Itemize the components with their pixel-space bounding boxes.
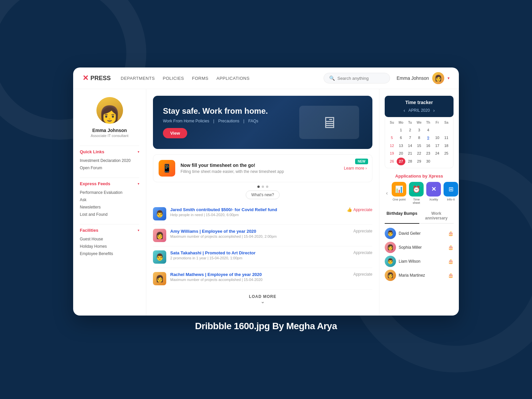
feed-item: 👩 Amy Williams | Employee of the year 20… bbox=[153, 225, 372, 246]
cal-cell[interactable]: 29 bbox=[415, 158, 423, 165]
dot-3[interactable] bbox=[266, 186, 268, 188]
hero-title: Stay safe. Work from home. bbox=[163, 106, 296, 116]
cal-cell[interactable]: 11 bbox=[442, 134, 451, 142]
chevron-down-icon[interactable]: ▾ bbox=[138, 182, 139, 186]
next-month-arrow[interactable]: › bbox=[433, 108, 435, 113]
cal-cell[interactable]: 21 bbox=[406, 150, 414, 157]
nav-departments[interactable]: DEPARTMENTS bbox=[121, 76, 155, 81]
cal-cell[interactable]: 12 bbox=[388, 142, 396, 150]
sidebar-item-investment[interactable]: Investment Declaration 2020 bbox=[80, 157, 139, 164]
feed-avatar: 👩 bbox=[153, 229, 166, 242]
app-icon-xcelity[interactable]: ✕ Xcelity bbox=[426, 182, 441, 204]
sidebar-item-newsletters[interactable]: Newsletters bbox=[80, 203, 139, 211]
sidebar-item-ask[interactable]: Ask bbox=[80, 196, 139, 203]
calendar-nav: ‹ APRIL 2020 › bbox=[389, 108, 450, 113]
user-menu[interactable]: Emma Johnson 👩 ▾ bbox=[397, 72, 450, 84]
feed-title[interactable]: Rachel Mathews | Employee of the year 20… bbox=[170, 272, 349, 277]
learn-more-link[interactable]: Learn more › bbox=[344, 166, 367, 171]
chevron-down-icon: ▾ bbox=[448, 76, 450, 80]
app-icon-infox[interactable]: ⊞ Info-X bbox=[444, 182, 458, 204]
cal-cell[interactable]: 16 bbox=[424, 142, 432, 150]
cake-icon[interactable]: 🎂 bbox=[448, 245, 454, 250]
feed-meta: Maximum number of projects accomplished … bbox=[170, 234, 349, 238]
nav-policies[interactable]: POLICIES bbox=[163, 76, 184, 81]
search-icon: 🔍 bbox=[329, 75, 335, 81]
cal-cell bbox=[442, 158, 451, 165]
chevron-down-icon[interactable]: ▾ bbox=[138, 150, 139, 154]
hero-view-button[interactable]: View bbox=[163, 128, 187, 138]
hero-link-precautions[interactable]: Precautions bbox=[218, 119, 239, 123]
app-icon-box: ✕ bbox=[426, 182, 441, 197]
sidebar-item-lost-found[interactable]: Lost and Found bbox=[80, 211, 139, 218]
cal-cell-today[interactable]: 27 bbox=[397, 158, 405, 165]
appreciate-button[interactable]: Appreciate bbox=[353, 229, 372, 233]
hero-link-faqs[interactable]: FAQs bbox=[248, 119, 258, 123]
cal-cell[interactable]: 5 bbox=[388, 134, 396, 142]
cal-cell[interactable]: 30 bbox=[424, 158, 432, 165]
cal-cell[interactable]: 6 bbox=[397, 134, 405, 142]
app-icon-timesheet[interactable]: ⏰ Time sheet bbox=[409, 182, 424, 204]
cal-cell bbox=[388, 126, 396, 134]
nav-links: DEPARTMENTS POLICIES FORMS APPLICATIONS bbox=[121, 76, 317, 81]
cal-cell[interactable]: 2 bbox=[406, 126, 414, 134]
time-tracker-header: Time tracker ‹ APRIL 2020 › bbox=[385, 96, 454, 117]
sidebar-item-guesthouse[interactable]: Guest House bbox=[80, 235, 139, 243]
profile-name: Emma Johnson bbox=[92, 128, 127, 133]
prev-app-arrow[interactable]: ‹ bbox=[385, 189, 389, 198]
cal-cell[interactable]: 22 bbox=[415, 150, 423, 157]
tab-birthday-bumps[interactable]: Birthday Bumps bbox=[385, 208, 419, 224]
feed-avatar: 👨 bbox=[153, 207, 166, 220]
sidebar-item-holiday-homes[interactable]: Holiday Homes bbox=[80, 243, 139, 250]
sidebar-item-performance[interactable]: Performance Evaluation bbox=[80, 189, 139, 196]
news-icon: 📱 bbox=[159, 160, 175, 177]
chevron-down-icon[interactable]: ▾ bbox=[138, 228, 139, 232]
search-bar[interactable]: 🔍 bbox=[324, 73, 390, 83]
nav-forms[interactable]: FORMS bbox=[192, 76, 208, 81]
bday-name: Liam Wilson bbox=[399, 259, 445, 264]
cal-cell[interactable]: 14 bbox=[406, 142, 414, 150]
cal-cell[interactable]: 8 bbox=[415, 134, 423, 142]
cal-cell[interactable]: 1 bbox=[397, 126, 405, 134]
app-icon-onepoint[interactable]: 📊 One point bbox=[392, 182, 406, 204]
hero-link-wfh[interactable]: Work From Home Policies bbox=[163, 119, 209, 123]
cal-cell[interactable]: 20 bbox=[397, 150, 405, 157]
cal-cell[interactable]: 19 bbox=[388, 150, 396, 157]
feed-title[interactable]: Sata Takahashi | Promoted to Art Directo… bbox=[170, 250, 349, 255]
cake-icon[interactable]: 🎂 bbox=[448, 231, 454, 236]
cal-cell[interactable]: 18 bbox=[442, 142, 451, 150]
cal-cell[interactable]: 7 bbox=[406, 134, 414, 142]
prev-month-arrow[interactable]: ‹ bbox=[404, 108, 405, 113]
tab-work-anniversary[interactable]: Work anniversary bbox=[419, 208, 454, 223]
appreciate-button[interactable]: 👍 Appreciate bbox=[347, 207, 372, 212]
quick-links-section: Quick Links ▾ Investment Declaration 202… bbox=[80, 149, 139, 172]
cal-cell[interactable]: 28 bbox=[406, 158, 414, 165]
cake-icon[interactable]: 🎂 bbox=[448, 259, 454, 264]
dot-1[interactable] bbox=[257, 186, 260, 188]
cake-icon[interactable]: 🎂 bbox=[448, 273, 454, 278]
cal-cell[interactable]: 13 bbox=[397, 142, 405, 150]
nav-applications[interactable]: APPLICATIONS bbox=[216, 76, 250, 81]
appreciate-button[interactable]: Appreciate bbox=[353, 272, 372, 277]
appreciate-button[interactable]: Appreciate bbox=[353, 250, 372, 255]
sidebar-item-employee-benefits[interactable]: Employee Benefits bbox=[80, 250, 139, 257]
carousel-dots bbox=[153, 186, 372, 188]
cal-cell[interactable]: 9 bbox=[424, 134, 432, 142]
feed-title[interactable]: Jared Smith contributed $500/- for Covid… bbox=[170, 207, 343, 212]
thumbs-up-icon: 👍 bbox=[347, 207, 352, 212]
search-input[interactable] bbox=[337, 76, 384, 81]
cal-cell[interactable]: 3 bbox=[415, 126, 423, 134]
cal-cell[interactable]: 26 bbox=[388, 158, 396, 165]
load-more-button[interactable]: LOAD MORE ⌄ bbox=[153, 290, 372, 309]
cal-cell[interactable]: 24 bbox=[433, 150, 441, 157]
app-logo[interactable]: ✕ PRESS bbox=[82, 74, 111, 82]
feed-title[interactable]: Amy Williams | Employee of the year 2020 bbox=[170, 229, 349, 234]
cal-cell[interactable]: 15 bbox=[415, 142, 423, 150]
cal-cell[interactable]: 17 bbox=[433, 142, 441, 150]
cal-cell[interactable]: 25 bbox=[442, 150, 451, 157]
cal-cell[interactable]: 10 bbox=[433, 134, 441, 142]
cal-cell[interactable]: 23 bbox=[424, 150, 432, 157]
sidebar-item-open-forum[interactable]: Open Forum bbox=[80, 164, 139, 172]
whats-new-button[interactable]: What's new? bbox=[246, 191, 280, 199]
cal-cell[interactable]: 4 bbox=[424, 126, 432, 134]
dot-2[interactable] bbox=[262, 186, 264, 188]
